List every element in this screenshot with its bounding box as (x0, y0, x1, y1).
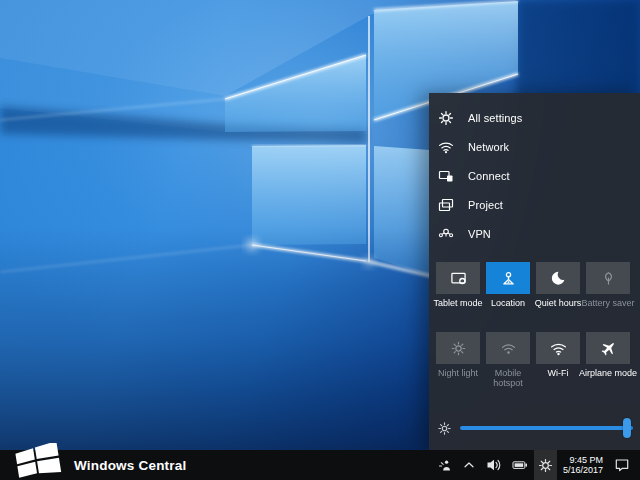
brightness-slider-thumb[interactable] (623, 418, 631, 438)
airplane-icon[interactable] (586, 332, 630, 364)
tile-label: Mobile hotspot (486, 368, 530, 388)
quiet-hours-moon-icon[interactable] (536, 262, 580, 294)
tablet-mode-icon[interactable] (436, 262, 480, 294)
tile-label: Airplane mode (579, 368, 637, 378)
brightness-slider[interactable] (460, 418, 633, 438)
mobile-hotspot-icon[interactable] (486, 332, 530, 364)
tile-quiet-hours[interactable]: Quiet hours (536, 262, 580, 308)
tile-label: Night light (438, 368, 478, 378)
vpn-icon (438, 226, 454, 242)
hidden-icons-chevron-icon[interactable] (457, 450, 481, 480)
menu-item-label: VPN (468, 228, 491, 240)
menu-item-label: Project (468, 199, 503, 211)
project-icon (438, 197, 454, 213)
windows-flag-logo (12, 443, 64, 479)
menu-item-label: All settings (468, 112, 522, 124)
menu-item-all-settings[interactable]: All settings (429, 103, 640, 132)
menu-item-project[interactable]: Project (429, 190, 640, 219)
quick-actions-row-2: Night light Mobile hotspot Wi-Fi Airplan… (436, 332, 630, 388)
tile-mobile-hotspot[interactable]: Mobile hotspot (486, 332, 530, 388)
night-light-sun-icon[interactable] (436, 332, 480, 364)
tile-night-light[interactable]: Night light (436, 332, 480, 388)
clock-date: 5/16/2017 (563, 465, 603, 476)
battery-saver-leaf-icon[interactable] (586, 262, 630, 294)
brightness-slider-row (437, 417, 633, 439)
menu-item-connect[interactable]: Connect (429, 161, 640, 190)
network-wifi-icon (438, 139, 454, 155)
tile-label: Tablet mode (433, 298, 482, 308)
windows-central-label: Windows Central (74, 458, 186, 473)
action-center-icon[interactable] (609, 450, 635, 480)
menu-item-vpn[interactable]: VPN (429, 219, 640, 248)
tray-settings-gear-icon[interactable] (534, 450, 557, 480)
wifi-icon[interactable] (536, 332, 580, 364)
tray-people-icon[interactable] (432, 450, 457, 480)
menu-item-network[interactable]: Network (429, 132, 640, 161)
tile-label: Quiet hours (535, 298, 582, 308)
quick-links-menu: All settings Network Connect Project (429, 103, 640, 248)
taskbar-clock[interactable]: 9:45 PM 5/16/2017 (557, 450, 609, 480)
tile-battery-saver[interactable]: Battery saver (586, 262, 630, 308)
battery-icon[interactable] (507, 450, 534, 480)
tile-label: Battery saver (581, 298, 634, 308)
tile-tablet-mode[interactable]: Tablet mode (436, 262, 480, 308)
menu-item-label: Network (468, 141, 509, 153)
windows-central-branding: Windows Central (12, 451, 186, 479)
action-center-panel: All settings Network Connect Project (429, 93, 640, 450)
gear-icon (438, 110, 454, 126)
tile-label: Location (491, 298, 525, 308)
clock-time: 9:45 PM (569, 455, 603, 466)
brightness-slider-track[interactable] (460, 426, 633, 430)
brightness-sun-icon (437, 421, 452, 436)
tile-airplane-mode[interactable]: Airplane mode (586, 332, 630, 388)
quick-actions-row-1: Tablet mode Location Quiet hours Battery… (436, 262, 630, 308)
desktop: All settings Network Connect Project (0, 0, 640, 480)
tile-label: Wi-Fi (548, 368, 569, 378)
volume-icon[interactable] (481, 450, 507, 480)
tile-location[interactable]: Location (486, 262, 530, 308)
location-icon[interactable] (486, 262, 530, 294)
menu-item-label: Connect (468, 170, 510, 182)
taskbar: Windows Central 9:45 PM 5/16/2017 (0, 450, 640, 480)
tile-wifi[interactable]: Wi-Fi (536, 332, 580, 388)
connect-icon (438, 168, 454, 184)
system-tray: 9:45 PM 5/16/2017 (432, 450, 640, 480)
